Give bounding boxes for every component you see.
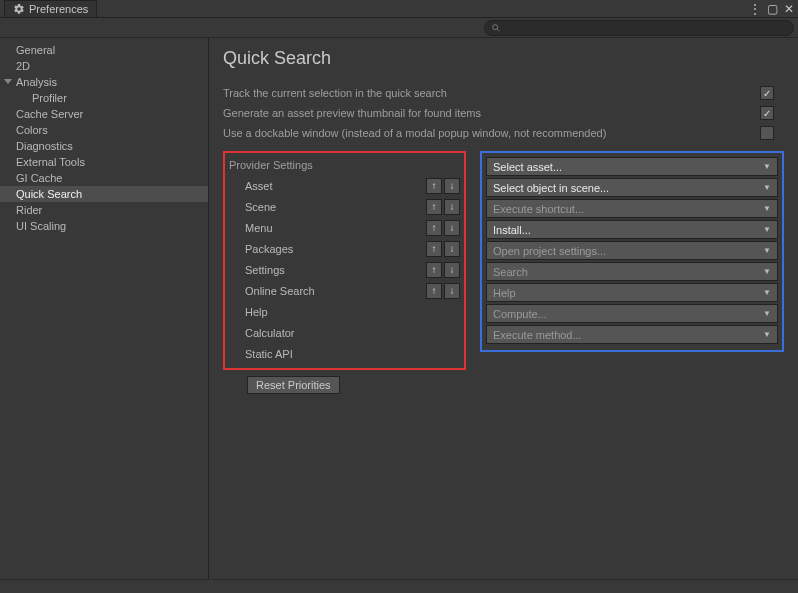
provider-row: Calculator bbox=[229, 322, 460, 343]
chevron-down-icon: ▼ bbox=[763, 288, 771, 297]
priority-down-button[interactable]: ↓ bbox=[444, 262, 460, 278]
sidebar-item-label: Profiler bbox=[32, 92, 67, 104]
sidebar-item-label: 2D bbox=[16, 60, 30, 72]
priority-down-button[interactable]: ↓ bbox=[444, 283, 460, 299]
provider-row: Menu↑↓ bbox=[229, 217, 460, 238]
kebab-menu-icon[interactable]: ⋮ bbox=[749, 3, 761, 15]
provider-action-dropdown[interactable]: Compute...▼ bbox=[486, 304, 778, 323]
provider-name: Menu bbox=[229, 222, 424, 234]
priority-down-button[interactable]: ↓ bbox=[444, 220, 460, 236]
provider-name: Scene bbox=[229, 201, 424, 213]
sidebar-item-rider[interactable]: Rider bbox=[0, 202, 208, 218]
provider-action-dropdown[interactable]: Execute method...▼ bbox=[486, 325, 778, 344]
provider-row: Static API bbox=[229, 343, 460, 364]
chevron-down-icon: ▼ bbox=[763, 267, 771, 276]
provider-name: Help bbox=[229, 306, 460, 318]
option-row: Track the current selection in the quick… bbox=[223, 83, 784, 103]
sidebar-item-2d[interactable]: 2D bbox=[0, 58, 208, 74]
priority-up-button[interactable]: ↑ bbox=[426, 283, 442, 299]
priority-down-button[interactable]: ↓ bbox=[444, 199, 460, 215]
provider-action-dropdown[interactable]: Help▼ bbox=[486, 283, 778, 302]
chevron-down-icon: ▼ bbox=[763, 309, 771, 318]
sidebar-item-label: General bbox=[16, 44, 55, 56]
option-checkbox[interactable]: ✓ bbox=[760, 86, 774, 100]
svg-point-0 bbox=[493, 25, 498, 30]
option-row: Generate an asset preview thumbnail for … bbox=[223, 103, 784, 123]
reset-priorities-button[interactable]: Reset Priorities bbox=[247, 376, 340, 394]
dropdown-label: Select object in scene... bbox=[493, 182, 609, 194]
dropdown-label: Install... bbox=[493, 224, 531, 236]
option-checkbox[interactable] bbox=[760, 126, 774, 140]
dropdown-label: Select asset... bbox=[493, 161, 562, 173]
provider-action-dropdown[interactable]: Execute shortcut...▼ bbox=[486, 199, 778, 218]
close-icon[interactable]: ✕ bbox=[784, 3, 794, 15]
priority-up-button[interactable]: ↑ bbox=[426, 241, 442, 257]
option-label: Track the current selection in the quick… bbox=[223, 87, 760, 99]
priority-up-button[interactable]: ↑ bbox=[426, 220, 442, 236]
sidebar-item-label: Cache Server bbox=[16, 108, 83, 120]
sidebar-item-label: Diagnostics bbox=[16, 140, 73, 152]
priority-down-button[interactable]: ↓ bbox=[444, 178, 460, 194]
provider-settings-header: Provider Settings bbox=[229, 157, 460, 175]
sidebar-item-label: GI Cache bbox=[16, 172, 62, 184]
provider-row: Scene↑↓ bbox=[229, 196, 460, 217]
dropdown-label: Open project settings... bbox=[493, 245, 606, 257]
search-icon bbox=[491, 23, 501, 33]
provider-row: Asset↑↓ bbox=[229, 175, 460, 196]
dropdown-label: Search bbox=[493, 266, 528, 278]
dropdown-label: Execute method... bbox=[493, 329, 582, 341]
provider-action-dropdown[interactable]: Install...▼ bbox=[486, 220, 778, 239]
provider-action-dropdown[interactable]: Open project settings...▼ bbox=[486, 241, 778, 260]
sidebar-item-label: Rider bbox=[16, 204, 42, 216]
provider-name: Calculator bbox=[229, 327, 460, 339]
sidebar-item-label: Colors bbox=[16, 124, 48, 136]
chevron-down-icon: ▼ bbox=[763, 225, 771, 234]
search-input[interactable] bbox=[484, 20, 794, 36]
sidebar-item-cache-server[interactable]: Cache Server bbox=[0, 106, 208, 122]
provider-name: Online Search bbox=[229, 285, 424, 297]
svg-line-1 bbox=[497, 29, 499, 31]
provider-action-dropdown[interactable]: Select object in scene...▼ bbox=[486, 178, 778, 197]
priority-up-button[interactable]: ↑ bbox=[426, 178, 442, 194]
priority-up-button[interactable]: ↑ bbox=[426, 199, 442, 215]
toolbar bbox=[0, 18, 798, 38]
statusbar bbox=[0, 579, 798, 593]
sidebar-item-profiler[interactable]: Profiler bbox=[0, 90, 208, 106]
provider-name: Asset bbox=[229, 180, 424, 192]
provider-action-dropdown[interactable]: Select asset...▼ bbox=[486, 157, 778, 176]
dropdown-label: Execute shortcut... bbox=[493, 203, 584, 215]
provider-row: Help bbox=[229, 301, 460, 322]
sidebar-item-label: UI Scaling bbox=[16, 220, 66, 232]
dropdown-label: Help bbox=[493, 287, 516, 299]
sidebar-item-gi-cache[interactable]: GI Cache bbox=[0, 170, 208, 186]
sidebar-item-external-tools[interactable]: External Tools bbox=[0, 154, 208, 170]
chevron-down-icon: ▼ bbox=[763, 246, 771, 255]
main-panel: Quick Search Track the current selection… bbox=[209, 38, 798, 579]
priority-up-button[interactable]: ↑ bbox=[426, 262, 442, 278]
provider-row: Online Search↑↓ bbox=[229, 280, 460, 301]
sidebar-item-label: Quick Search bbox=[16, 188, 82, 200]
chevron-down-icon: ▼ bbox=[763, 162, 771, 171]
maximize-icon[interactable]: ▢ bbox=[767, 3, 778, 15]
sidebar-item-label: External Tools bbox=[16, 156, 85, 168]
sidebar-item-diagnostics[interactable]: Diagnostics bbox=[0, 138, 208, 154]
preferences-tab[interactable]: Preferences bbox=[4, 0, 97, 17]
provider-action-dropdown[interactable]: Search▼ bbox=[486, 262, 778, 281]
provider-name: Static API bbox=[229, 348, 460, 360]
titlebar: Preferences ⋮ ▢ ✕ bbox=[0, 0, 798, 18]
provider-name: Settings bbox=[229, 264, 424, 276]
chevron-down-icon: ▼ bbox=[763, 204, 771, 213]
provider-actions-panel: Select asset...▼Select object in scene..… bbox=[480, 151, 784, 352]
tab-title: Preferences bbox=[29, 3, 88, 15]
sidebar-item-ui-scaling[interactable]: UI Scaling bbox=[0, 218, 208, 234]
sidebar-item-quick-search[interactable]: Quick Search bbox=[0, 186, 208, 202]
chevron-down-icon: ▼ bbox=[763, 183, 771, 192]
option-checkbox[interactable]: ✓ bbox=[760, 106, 774, 120]
sidebar-item-analysis[interactable]: Analysis bbox=[0, 74, 208, 90]
priority-down-button[interactable]: ↓ bbox=[444, 241, 460, 257]
option-label: Generate an asset preview thumbnail for … bbox=[223, 107, 760, 119]
sidebar-item-colors[interactable]: Colors bbox=[0, 122, 208, 138]
sidebar-item-general[interactable]: General bbox=[0, 42, 208, 58]
page-title: Quick Search bbox=[223, 48, 784, 69]
chevron-down-icon: ▼ bbox=[763, 330, 771, 339]
